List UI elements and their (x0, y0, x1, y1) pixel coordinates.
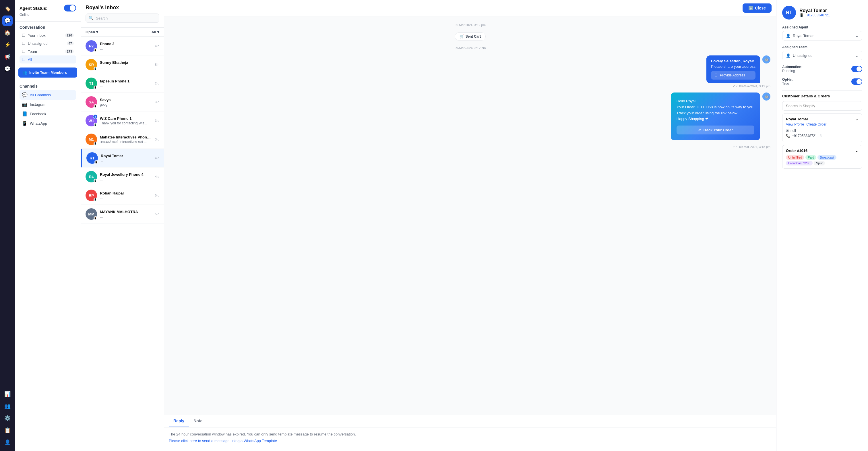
tab-reply[interactable]: Reply (169, 415, 189, 427)
channel-facebook[interactable]: 📘 Facebook (20, 109, 76, 119)
conversation-section: Conversation ☐ Your Inbox 220 ☐ Unassign… (15, 22, 81, 65)
contact-avatar: RT (782, 6, 796, 20)
conv-item-rohan[interactable]: RP 📱 Rohan Rajpal ... 5 d (81, 186, 164, 205)
conv-time-savya: 3 d (155, 100, 159, 104)
provide-address-btn[interactable]: ☰ Provide Address (711, 71, 755, 80)
create-order-link[interactable]: Create Order (806, 122, 826, 126)
order-message: Hello Royal, Your Order ID 110068 is now… (677, 98, 754, 122)
nav-analytics[interactable]: 📊 (2, 389, 12, 399)
inbox-icon: ☐ (22, 33, 26, 38)
conv-name-wiz: WiZ Care Phone 1 (100, 116, 152, 121)
tab-note[interactable]: Note (189, 415, 207, 427)
conv-item-royaljewellery[interactable]: R4 📱 Royal Jewellery Phone 4 ... 4 d (81, 167, 164, 186)
filter-open-label: Open (86, 30, 95, 34)
conv-item-phone2[interactable]: P2 📱 Phone 2 ... 4 h (81, 37, 164, 55)
nav-profile[interactable]: 👤 (2, 437, 12, 448)
sent-cart-button[interactable]: 🛒 Sent Cart (455, 32, 486, 40)
conv-name-sunny: Sunny Bhatheja (100, 60, 152, 65)
conv-item-mahatee[interactable]: M1 📱 Mahatee Interactives Phone 1 नमस्का… (81, 130, 164, 149)
search-input[interactable] (96, 16, 156, 20)
conv-preview-rohan: ... (100, 196, 152, 200)
conv-info-royal: Royal Tomar ... (101, 154, 152, 163)
sidebar-item-your-inbox[interactable]: ☐ Your Inbox 220 (20, 31, 76, 39)
automation-toggle[interactable] (851, 66, 862, 72)
order-title: Order #1016 (786, 148, 807, 153)
whatsapp-status-icon6: 📱 (94, 142, 97, 145)
agent-status-toggle[interactable] (64, 5, 76, 11)
avatar-phone2: P2 📱 (86, 40, 97, 52)
filter-all-label: All (151, 30, 156, 34)
nav-reports[interactable]: 📋 (2, 425, 12, 435)
team-badge: 273 (65, 49, 74, 53)
assigned-team-value: Unassigned (793, 53, 813, 58)
nav-messages[interactable]: 💬 (2, 16, 12, 26)
conv-item-wiz[interactable]: W1 1 📱 WiZ Care Phone 1 Thank you for co… (81, 111, 164, 130)
divider1 (782, 90, 862, 90)
channel-instagram[interactable]: 📷 Instagram (20, 100, 76, 109)
agent-status-row: Agent Status: (20, 5, 76, 11)
whatsapp-status-icon7: 📱 (94, 160, 98, 164)
nav-broadcasts[interactable]: 📢 (2, 52, 12, 62)
assigned-agent-value: Royal Tomar (793, 34, 814, 38)
unread-badge-wiz: 1 (93, 114, 98, 119)
filter-all-button[interactable]: All ▾ (151, 30, 159, 34)
contact-header: RT Royal Tomar 📱 +917053348721 (782, 6, 862, 20)
nav-automations[interactable]: ⚡ (2, 40, 12, 50)
optin-info: Opt-in: True (782, 78, 794, 86)
automation-status: Running (782, 69, 803, 73)
invite-team-members-button[interactable]: 👥 Invite Team Members (19, 67, 77, 78)
conv-item-savya[interactable]: SA 📱 Savya goog 3 d (81, 93, 164, 111)
chevron-down-icon6[interactable]: ⌄ (855, 148, 859, 153)
sidebar-header: Agent Status: Online (15, 0, 81, 22)
nav-chat2[interactable]: 💬 (2, 64, 12, 74)
conv-name-mayank: MAYANK MALHOTRA (100, 210, 152, 214)
whatsapp-icon: 📱 (22, 121, 28, 126)
view-profile-link[interactable]: View Profile (786, 122, 804, 126)
conv-preview-mayank: ... (100, 215, 152, 219)
filter-open-button[interactable]: Open ▾ (86, 30, 98, 34)
conv-item-mayank[interactable]: MM 📱 MAYANK MALHOTRA ... 5 d (81, 205, 164, 224)
sent-cart-label: Sent Cart (466, 34, 481, 38)
conv-info-savya: Savya goog (100, 98, 152, 107)
conv-time-sunny: 5 h (155, 63, 159, 66)
conv-preview-wiz: Thank you for contacting Wiz... (100, 121, 152, 125)
contact-phone-number: +917053348721 (805, 13, 830, 17)
conv-preview-royal: ... (101, 159, 152, 163)
avatar-savya: SA 📱 (86, 96, 97, 108)
channel-whatsapp[interactable]: 📱 WhatsApp (20, 119, 76, 128)
close-button[interactable]: ⬇️ Close (743, 3, 772, 12)
sidebar-item-all[interactable]: ☐ All (20, 55, 76, 63)
channel-all[interactable]: 💬 All Channels (20, 90, 76, 100)
nav-team[interactable]: 👥 (2, 401, 12, 411)
nav-home[interactable]: 🏷️ (2, 3, 12, 14)
customer-name: Royal Tomar (786, 117, 808, 121)
nav-home2[interactable]: 🏠 (2, 28, 12, 38)
conv-item-tapee[interactable]: T1 📱 tapee.in Phone 1 ... 2 d (81, 74, 164, 93)
optin-toggle[interactable] (851, 78, 862, 85)
order-header: Order #1016 ⌄ (786, 148, 859, 153)
copy-icon[interactable]: ⎘ (820, 134, 822, 138)
assigned-team-select[interactable]: 👤 Unassigned ⌄ (782, 51, 862, 60)
chevron-down-icon5[interactable]: ⌄ (855, 117, 859, 121)
conv-name-royaljewellery: Royal Jewellery Phone 4 (100, 172, 152, 177)
assigned-agent-select[interactable]: 👤 Royal Tomar ⌄ (782, 31, 862, 40)
reply-content: The 24 hour conversation window has expi… (164, 427, 776, 451)
chevron-down-icon2: ▾ (157, 30, 159, 34)
sidebar-item-team[interactable]: ☐ Team 273 (20, 48, 76, 55)
instagram-icon: 📷 (22, 102, 28, 107)
customer-row: Royal Tomar ⌄ View Profile Create Order … (782, 113, 862, 142)
conv-list-title: Royal's Inbox (86, 5, 159, 11)
tag-broadcast: Broadcast (817, 155, 836, 160)
conv-item-royal[interactable]: RT 📱 Royal Tomar ... 4 d (81, 149, 164, 167)
basic-info-phone: +917053348721 (792, 134, 817, 138)
timestamp-status-1: 09-Mar-2024, 3:12 pm (739, 84, 770, 88)
conv-item-sunny[interactable]: SR 📱 Sunny Bhatheja ... 5 h (81, 55, 164, 74)
conv-time-mayank: 5 d (155, 212, 159, 216)
shopify-search-input[interactable] (782, 101, 862, 111)
nav-settings[interactable]: ⚙️ (2, 413, 12, 423)
avatar-wiz: W1 1 📱 (86, 115, 97, 126)
track-order-button[interactable]: ↗ Track Your Order (677, 125, 754, 135)
sidebar-item-unassigned[interactable]: ☐ Unassigned 47 (20, 39, 76, 48)
search-box: 🔍 (86, 13, 159, 23)
reply-template-link[interactable]: Please click here to send a message usin… (169, 439, 772, 443)
